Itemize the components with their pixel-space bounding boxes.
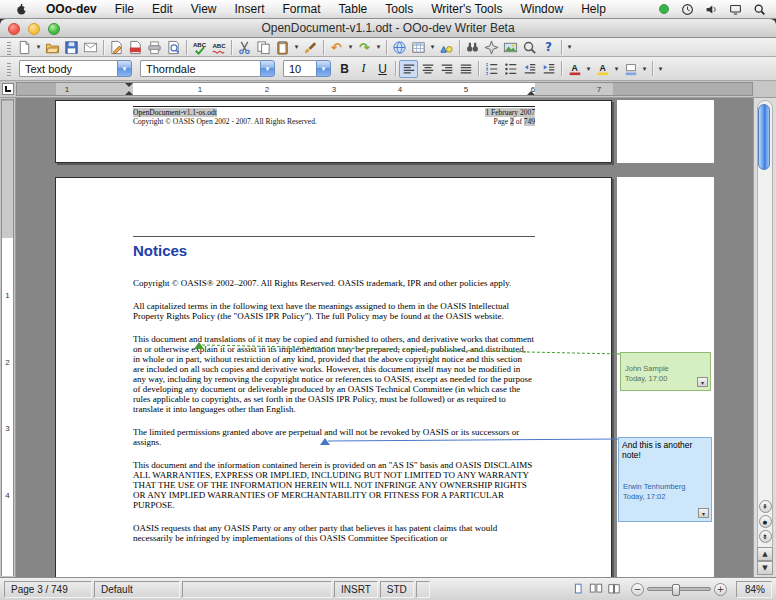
note-text[interactable]: And this is another note! xyxy=(619,438,711,460)
book-view-button[interactable] xyxy=(605,581,623,597)
menu-insert[interactable]: Insert xyxy=(226,0,274,19)
scroll-up-button[interactable]: ▲ xyxy=(757,547,773,561)
redo-button[interactable]: ↷ xyxy=(355,39,374,56)
single-page-view-button[interactable] xyxy=(569,581,587,597)
selection-mode-indicator[interactable]: STD xyxy=(380,581,414,598)
menu-file[interactable]: File xyxy=(106,0,143,19)
paragraph[interactable]: OASIS requests that any OASIS Party or a… xyxy=(133,523,535,543)
menu-writers-tools[interactable]: Writer's Tools xyxy=(422,0,511,19)
hyperlink-button[interactable] xyxy=(390,39,409,56)
draw-functions-button[interactable] xyxy=(437,39,456,56)
paragraph[interactable]: The limited permissions granted above ar… xyxy=(133,427,535,447)
language-cell[interactable] xyxy=(182,581,332,598)
numbering-button[interactable] xyxy=(482,60,501,78)
font-size-combobox[interactable]: 10 ▾ xyxy=(283,60,331,77)
new-document-button[interactable] xyxy=(15,39,34,56)
note-erwin-tenhumberg[interactable]: And this is another note! Erwin Tenhumbe… xyxy=(618,437,712,522)
highlighting-button[interactable]: A xyxy=(593,60,612,78)
font-name-dropdown[interactable]: ▾ xyxy=(260,60,275,77)
save-button[interactable] xyxy=(62,39,81,56)
window-title-bar[interactable]: OpenDocument-v1.1.odt - OOo-dev Writer B… xyxy=(0,19,776,38)
font-size-dropdown[interactable]: ▾ xyxy=(316,60,331,77)
page-text-area[interactable]: Notices Copyright © OASIS® 2002–2007. Al… xyxy=(133,236,535,556)
new-document-dropdown[interactable]: ▾ xyxy=(34,39,43,56)
zoom-out-button[interactable]: − xyxy=(631,583,644,596)
navigation-button[interactable]: ● xyxy=(759,515,772,528)
toolbar-handle[interactable] xyxy=(7,61,11,76)
zoom-button[interactable] xyxy=(520,39,539,56)
previous-page-button[interactable]: ⇞ xyxy=(759,500,772,513)
font-color-button[interactable]: A xyxy=(565,60,584,78)
undo-button[interactable]: ↶ xyxy=(327,39,346,56)
presence-status-icon[interactable] xyxy=(658,3,670,15)
underline-button[interactable]: U xyxy=(373,60,392,78)
zoom-slider-thumb[interactable] xyxy=(672,584,680,596)
table-dropdown[interactable]: ▾ xyxy=(428,39,437,56)
font-size-value[interactable]: 10 xyxy=(283,60,316,77)
format-paintbrush-button[interactable] xyxy=(301,39,320,56)
autospellcheck-button[interactable]: ABC xyxy=(209,39,228,56)
edit-file-button[interactable] xyxy=(107,39,126,56)
bullets-button[interactable] xyxy=(501,60,520,78)
paste-dropdown[interactable]: ▾ xyxy=(292,39,301,56)
font-color-dropdown[interactable]: ▾ xyxy=(584,60,593,77)
menu-window[interactable]: Window xyxy=(511,0,572,19)
page-preview-button[interactable] xyxy=(164,39,183,56)
displays-icon[interactable] xyxy=(729,3,742,16)
align-left-button[interactable] xyxy=(399,60,418,78)
paragraph[interactable]: All capitalized terms in the following t… xyxy=(133,301,535,321)
zoom-in-button[interactable]: + xyxy=(714,583,727,596)
paragraph-style-dropdown[interactable]: ▾ xyxy=(117,60,132,77)
page-style-indicator[interactable]: Default xyxy=(94,581,180,598)
spellcheck-button[interactable]: ABC xyxy=(190,39,209,56)
zoom-slider-track[interactable] xyxy=(647,587,711,591)
page-indicator[interactable]: Page 3 / 749 xyxy=(4,581,92,598)
cut-button[interactable] xyxy=(235,39,254,56)
document-modified-indicator[interactable] xyxy=(416,581,430,598)
toolbar-handle[interactable] xyxy=(7,40,11,55)
tab-type-selector[interactable] xyxy=(2,83,14,95)
menu-format[interactable]: Format xyxy=(274,0,330,19)
copy-button[interactable] xyxy=(254,39,273,56)
formatting-toolbar-options[interactable]: ▾ xyxy=(656,60,665,77)
navigator-button[interactable] xyxy=(482,39,501,56)
print-button[interactable] xyxy=(145,39,164,56)
font-name-value[interactable]: Thorndale xyxy=(140,60,260,77)
page-2[interactable]: OpenDocument-v1.1-os.odt Copyright © OAS… xyxy=(55,100,612,163)
align-right-button[interactable] xyxy=(437,60,456,78)
justify-button[interactable] xyxy=(456,60,475,78)
apple-menu[interactable] xyxy=(6,0,37,19)
menu-view[interactable]: View xyxy=(182,0,226,19)
vertical-scrollbar[interactable]: ⇞ ● ⇟ ▲ ▼ xyxy=(753,98,776,577)
time-machine-icon[interactable] xyxy=(681,3,694,16)
paragraph[interactable]: This document and the information contai… xyxy=(133,460,535,510)
left-indent-marker[interactable] xyxy=(125,87,133,95)
zoom-slider[interactable]: − + xyxy=(631,583,727,596)
align-center-button[interactable] xyxy=(418,60,437,78)
insert-mode-indicator[interactable]: INSRT xyxy=(334,581,378,598)
email-document-button[interactable] xyxy=(81,39,100,56)
page-3[interactable]: Notices Copyright © OASIS® 2002–2007. Al… xyxy=(55,177,612,577)
table-button[interactable] xyxy=(409,39,428,56)
find-replace-button[interactable] xyxy=(463,39,482,56)
menu-app-name[interactable]: OOo-dev xyxy=(37,0,106,19)
zoom-percent[interactable]: 84% xyxy=(736,581,772,598)
note-menu-button[interactable]: ▾ xyxy=(697,377,708,387)
volume-icon[interactable] xyxy=(705,3,718,16)
menu-tools[interactable]: Tools xyxy=(376,0,422,19)
increase-indent-button[interactable] xyxy=(539,60,558,78)
gallery-button[interactable] xyxy=(501,39,520,56)
scrollbar-thumb[interactable] xyxy=(758,104,770,170)
note-menu-button[interactable]: ▾ xyxy=(698,508,709,518)
italic-button[interactable]: I xyxy=(354,60,373,78)
paragraph[interactable]: Copyright © OASIS® 2002–2007. All Rights… xyxy=(133,278,535,288)
background-color-button[interactable] xyxy=(621,60,640,78)
paragraph[interactable]: This document and translations of it may… xyxy=(133,334,535,414)
paste-button[interactable] xyxy=(273,39,292,56)
help-button[interactable]: ? xyxy=(539,39,558,56)
spotlight-icon[interactable] xyxy=(753,3,766,16)
open-button[interactable] xyxy=(43,39,62,56)
paragraph-style-combobox[interactable]: Text body ▾ xyxy=(19,60,132,77)
menu-table[interactable]: Table xyxy=(330,0,377,19)
highlighting-dropdown[interactable]: ▾ xyxy=(612,60,621,77)
